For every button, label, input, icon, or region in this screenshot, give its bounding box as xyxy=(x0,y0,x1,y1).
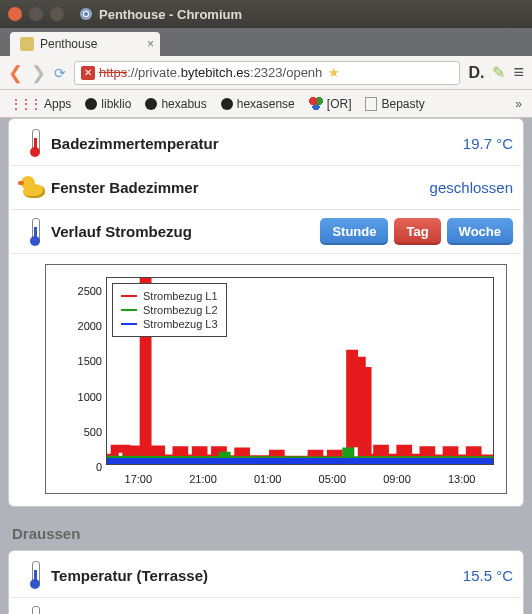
row-value: 15.5 °C xyxy=(463,567,513,584)
bookmarks-bar: ⋮⋮⋮Apps libklio hexabus hexasense [OR] B… xyxy=(0,90,532,118)
page-content: Badezimmertemperatur 19.7 °C Fenster Bad… xyxy=(0,118,532,614)
period-hour-button[interactable]: Stunde xyxy=(320,218,388,245)
row-label: Temperatur (Terrasse) xyxy=(51,567,463,584)
thermometer-icon xyxy=(28,129,42,157)
bookmarks-overflow-icon[interactable]: » xyxy=(515,97,522,111)
window-minimize-button[interactable] xyxy=(29,7,43,21)
page-icon xyxy=(365,97,377,111)
window-maximize-button[interactable] xyxy=(50,7,64,21)
github-icon xyxy=(85,98,97,110)
browser-toolbar: ❮ ❯ ⟳ ✕ https://private.bytebitch.es:232… xyxy=(0,56,532,90)
apps-shortcut[interactable]: ⋮⋮⋮Apps xyxy=(10,97,71,111)
extension-pen-icon[interactable]: ✎ xyxy=(492,63,505,82)
row-temperaturverlauf: Temperaturverlauf xyxy=(11,597,521,614)
row-badezimmer-temperatur[interactable]: Badezimmertemperatur 19.7 °C xyxy=(11,121,521,165)
bookmark-hexabus[interactable]: hexabus xyxy=(145,97,206,111)
svg-point-2 xyxy=(84,12,88,16)
svg-rect-3 xyxy=(20,37,34,51)
power-chart: Strombezug L1 Strombezug L2 Strombezug L… xyxy=(45,264,507,494)
chrome-menu-icon[interactable]: ≡ xyxy=(513,62,524,83)
reload-button[interactable]: ⟳ xyxy=(54,65,66,81)
period-day-button[interactable]: Tag xyxy=(394,218,440,245)
window-titlebar: Penthouse - Chromium xyxy=(0,0,532,28)
chart-legend: Strombezug L1 Strombezug L2 Strombezug L… xyxy=(112,283,227,337)
github-icon xyxy=(221,98,233,110)
extension-d-icon[interactable]: D. xyxy=(468,64,484,82)
bookmark-or[interactable]: [OR] xyxy=(309,97,352,111)
panel-outside: Temperatur (Terrasse) 15.5 °C Temperatur… xyxy=(8,550,524,614)
browser-tab[interactable]: Penthouse × xyxy=(10,32,160,56)
favicon xyxy=(20,37,34,51)
tab-close-icon[interactable]: × xyxy=(147,37,154,51)
or-icon xyxy=(309,97,323,111)
period-week-button[interactable]: Woche xyxy=(447,218,513,245)
row-label: Fenster Badezimmer xyxy=(51,179,430,196)
github-icon xyxy=(145,98,157,110)
duck-icon xyxy=(21,176,49,200)
thermometer-icon xyxy=(28,561,42,589)
panel-indoor: Badezimmertemperatur 19.7 °C Fenster Bad… xyxy=(8,118,524,507)
row-label: Verlauf Strombezug xyxy=(51,223,320,240)
bookmark-libklio[interactable]: libklio xyxy=(85,97,131,111)
tab-strip: Penthouse × xyxy=(0,28,532,56)
insecure-https-icon: ✕ xyxy=(81,66,95,80)
window-title: Penthouse - Chromium xyxy=(99,7,242,22)
thermometer-icon xyxy=(28,218,42,246)
bookmark-bepasty[interactable]: Bepasty xyxy=(365,97,424,111)
url-scheme: https xyxy=(99,65,127,80)
tab-label: Penthouse xyxy=(40,37,97,51)
row-temperatur-terrasse[interactable]: Temperatur (Terrasse) 15.5 °C xyxy=(11,553,521,597)
row-verlauf-strombezug: Verlauf Strombezug Stunde Tag Woche xyxy=(11,209,521,253)
row-value: geschlossen xyxy=(430,179,513,196)
section-draussen: Draussen xyxy=(12,525,520,542)
thermometer-icon xyxy=(28,606,42,615)
bookmark-star-icon[interactable]: ★ xyxy=(328,65,340,80)
apps-icon: ⋮⋮⋮ xyxy=(10,97,40,111)
row-fenster-badezimmer[interactable]: Fenster Badezimmer geschlossen xyxy=(11,165,521,209)
row-label: Badezimmertemperatur xyxy=(51,135,463,152)
chromium-icon xyxy=(79,7,93,21)
row-value: 19.7 °C xyxy=(463,135,513,152)
row-chart: Strombezug L1 Strombezug L2 Strombezug L… xyxy=(11,253,521,504)
window-close-button[interactable] xyxy=(8,7,22,21)
bookmark-hexasense[interactable]: hexasense xyxy=(221,97,295,111)
back-button[interactable]: ❮ xyxy=(8,64,23,82)
forward-button: ❯ xyxy=(31,64,46,82)
address-bar[interactable]: ✕ https://private.bytebitch.es:2323/open… xyxy=(74,61,460,85)
